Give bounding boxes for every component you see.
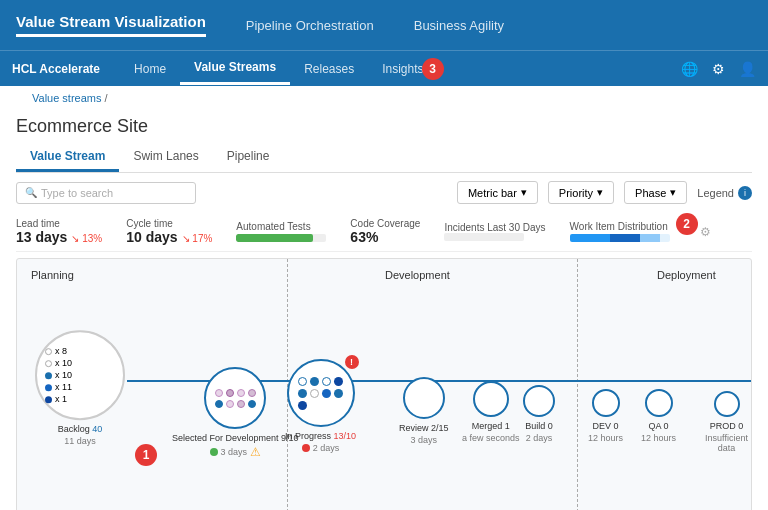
dev-label: DEV 0 — [593, 421, 619, 433]
phase-dropdown[interactable]: Phase ▾ — [624, 181, 687, 204]
chevron-down-icon: ▾ — [597, 186, 603, 199]
annotation-2: 2 — [676, 213, 698, 235]
work-item-dist-metric: Work Item Distribution 2 — [570, 221, 670, 242]
search-icon: 🔍 — [25, 187, 37, 198]
dot-empty-2 — [45, 360, 52, 367]
in-progress-alert: ! — [345, 355, 359, 369]
breadcrumb-separator: / — [105, 92, 108, 104]
cycle-time-metric: Cycle time 10 days ↘ 17% — [126, 218, 212, 245]
phase-development: Development — [385, 269, 450, 281]
user-icon[interactable]: 👤 — [739, 61, 756, 77]
lead-time-value: 13 days — [16, 229, 67, 245]
prod-circle — [714, 391, 740, 417]
in-progress-status-dot — [302, 444, 310, 452]
phase-planning: Planning — [31, 269, 74, 281]
dev-time: 12 hours — [588, 433, 623, 443]
dot-row-2: x 10 — [45, 358, 72, 368]
in-progress-label: In Progress 13/10 — [285, 431, 356, 443]
review-time: 3 days — [411, 435, 438, 445]
backlog-time: 11 days — [64, 436, 96, 446]
in-progress-status: 2 days — [302, 443, 340, 453]
dot-row-4: x 11 — [45, 382, 72, 392]
chevron-down-icon: ▾ — [670, 186, 676, 199]
qa-time: 12 hours — [641, 433, 676, 443]
code-coverage-value: 63% — [350, 229, 420, 245]
insights-nav-wrap: Insights 3 — [368, 62, 437, 76]
review-circle — [403, 377, 445, 419]
selected-dev-circle — [204, 367, 266, 429]
in-progress-dots — [291, 370, 350, 417]
dist-seg-3 — [640, 234, 660, 242]
prod-label: PROD 0 — [710, 421, 744, 433]
top-nav-item-value-stream[interactable]: Value Stream Visualization — [16, 13, 206, 37]
automated-tests-metric: Automated Tests — [236, 221, 326, 242]
incidents-label: Incidents Last 30 Days — [444, 222, 545, 233]
selected-dev-dots — [209, 383, 262, 414]
incidents-bar — [444, 233, 524, 241]
dist-seg-4 — [660, 234, 670, 242]
automated-tests-fill — [236, 234, 313, 242]
build-label: Build 0 — [525, 421, 553, 433]
cycle-time-label: Cycle time — [126, 218, 212, 229]
insights-badge: 3 — [422, 58, 444, 80]
info-icon: i — [738, 186, 752, 200]
review-label: Review 2/15 — [399, 423, 449, 435]
search-box[interactable]: 🔍 Type to search — [16, 182, 196, 204]
stage-backlog: x 8 x 10 x 10 x 11 x 1 — [35, 330, 125, 446]
lead-time-metric: Lead time 13 days ↘ 13% — [16, 218, 102, 245]
annotation-1: 1 — [135, 444, 157, 466]
stage-prod: PROD 0 Insufficient data — [702, 391, 751, 453]
sec-nav-home[interactable]: Home — [120, 54, 180, 84]
sec-nav-releases[interactable]: Releases — [290, 54, 368, 84]
dist-seg-2 — [610, 234, 640, 242]
breadcrumb: Value streams / — [16, 86, 752, 110]
cycle-time-value: 10 days — [126, 229, 177, 245]
stage-in-progress: ! In Progress 13/10 2 days — [285, 359, 356, 453]
dot-row-1: x 8 — [45, 346, 67, 356]
sub-tabs: Value Stream Swim Lanes Pipeline — [16, 143, 752, 173]
selected-dev-status-dot — [210, 448, 218, 456]
automated-tests-bar — [236, 234, 326, 242]
toolbar-right: Metric bar ▾ Priority ▾ Phase ▾ Legend i — [457, 181, 752, 204]
phase-deployment: Deployment — [657, 269, 716, 281]
metric-bar-dropdown[interactable]: Metric bar ▾ — [457, 181, 538, 204]
cycle-time-trend: ↘ 17% — [182, 233, 213, 244]
globe-icon[interactable]: 🌐 — [681, 61, 698, 77]
legend-button[interactable]: Legend i — [697, 186, 752, 200]
page-content: Value streams / Ecommerce Site Value Str… — [0, 86, 768, 510]
search-placeholder: Type to search — [41, 187, 113, 199]
prod-time: Insufficient data — [702, 433, 751, 453]
priority-dropdown[interactable]: Priority ▾ — [548, 181, 614, 204]
dot-blue-1 — [45, 372, 52, 379]
chevron-down-icon: ▾ — [521, 186, 527, 199]
tab-swim-lanes[interactable]: Swim Lanes — [119, 143, 212, 172]
selected-dev-time: 3 days — [221, 447, 248, 457]
work-item-dist-bar — [570, 234, 670, 242]
work-item-dist-label: Work Item Distribution — [570, 221, 670, 232]
settings-icon[interactable]: ⚙ — [700, 225, 711, 239]
page-title: Ecommerce Site — [16, 110, 752, 143]
sec-nav-value-streams[interactable]: Value Streams — [180, 52, 290, 85]
toolbar: 🔍 Type to search Metric bar ▾ Priority ▾… — [16, 181, 752, 204]
metrics-bar: Lead time 13 days ↘ 13% Cycle time 10 da… — [16, 212, 752, 252]
brand-label: HCL Accelerate — [12, 62, 100, 76]
stage-qa: QA 0 12 hours — [641, 389, 676, 443]
qa-label: QA 0 — [649, 421, 669, 433]
stage-dev: DEV 0 12 hours — [588, 389, 623, 443]
breadcrumb-parent[interactable]: Value streams — [32, 92, 102, 104]
top-navigation: Value Stream Visualization Pipeline Orch… — [0, 0, 768, 50]
backlog-circle: x 8 x 10 x 10 x 11 x 1 — [35, 330, 125, 420]
tab-pipeline[interactable]: Pipeline — [213, 143, 284, 172]
tab-value-stream[interactable]: Value Stream — [16, 143, 119, 172]
top-nav-item-business[interactable]: Business Agility — [414, 18, 504, 33]
top-nav-item-pipeline[interactable]: Pipeline Orchestration — [246, 18, 374, 33]
backlog-label: Backlog 40 — [58, 424, 103, 436]
build-time: 2 days — [526, 433, 553, 443]
stage-merged: Merged 1 a few seconds — [462, 381, 520, 443]
code-coverage-metric: Code Coverage 63% — [350, 218, 420, 245]
gear-icon[interactable]: ⚙ — [712, 61, 725, 77]
value-stream-canvas: Planning Development Deployment x 8 x 10 — [16, 258, 752, 510]
lead-time-label: Lead time — [16, 218, 102, 229]
dist-seg-1 — [570, 234, 610, 242]
build-circle — [523, 385, 555, 417]
